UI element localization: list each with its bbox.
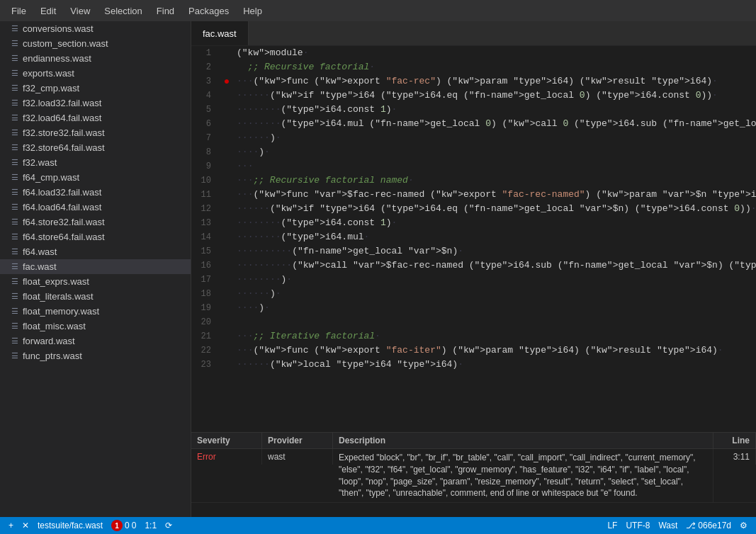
problem-description: Expected "block", "br", "br_if", "br_tab… bbox=[333, 449, 713, 502]
sidebar-item-forward-wast[interactable]: ☰forward.wast bbox=[0, 334, 191, 348]
menu-help[interactable]: Help bbox=[237, 3, 268, 19]
sidebar-item-f32-store32-fail-wast[interactable]: ☰f32.store32.fail.wast bbox=[0, 125, 191, 140]
language[interactable]: Wast bbox=[655, 521, 680, 530]
file-icon: ☰ bbox=[11, 188, 18, 197]
line-number: 16 bbox=[191, 259, 220, 273]
code-text: ········("type">i64.mul ("fn-name">get_l… bbox=[234, 117, 756, 131]
sidebar-item-exports-wast[interactable]: ☰exports.wast bbox=[0, 66, 191, 81]
problems-header: Severity Provider Description Line bbox=[191, 433, 756, 449]
sidebar-item-float-misc-wast[interactable]: ☰float_misc.wast bbox=[0, 319, 191, 334]
problems-panel: Severity Provider Description Line Error… bbox=[191, 432, 756, 517]
code-text bbox=[234, 315, 756, 329]
code-line: 8····)· bbox=[191, 145, 756, 159]
line-number: 18 bbox=[191, 287, 220, 301]
line-number: 1 bbox=[191, 46, 220, 60]
code-line: 10···;; Recursive factorial named· bbox=[191, 174, 756, 188]
problems-content: Error wast Expected "block", "br", "br_i… bbox=[191, 449, 756, 517]
code-line: 5········("type">i64.const 1)· bbox=[191, 103, 756, 117]
menu-bar: File Edit View Selection Find Packages H… bbox=[0, 0, 756, 21]
sidebar-item-f32-store64-fail-wast[interactable]: ☰f32.store64.fail.wast bbox=[0, 140, 191, 155]
line-number: 15 bbox=[191, 244, 220, 259]
sidebar-item-f64-load32-fail-wast[interactable]: ☰f64.load32.fail.wast bbox=[0, 185, 191, 200]
code-line: 15··········("fn-name">get_local "var">$… bbox=[191, 244, 756, 259]
sidebar-item-f32-wast[interactable]: ☰f32.wast bbox=[0, 155, 191, 170]
new-file-button[interactable]: + bbox=[6, 521, 16, 530]
sidebar-item-f64-store64-fail-wast[interactable]: ☰f64.store64.fail.wast bbox=[0, 229, 191, 244]
problems-col-line: Line bbox=[713, 433, 756, 448]
sidebar-item-float-exprs-wast[interactable]: ☰float_exprs.wast bbox=[0, 274, 191, 289]
code-text: ··········("fn-name">get_local "var">$n)… bbox=[234, 244, 756, 259]
code-line: 18······)· bbox=[191, 287, 756, 301]
sidebar-item-label: f64.load32.fail.wast bbox=[23, 187, 101, 198]
file-icon: ☰ bbox=[11, 113, 18, 123]
line-number: 9 bbox=[191, 159, 220, 174]
menu-file[interactable]: File bbox=[6, 3, 32, 19]
sidebar-item-func-ptrs-wast[interactable]: ☰func_ptrs.wast bbox=[0, 348, 191, 363]
file-icon: ☰ bbox=[11, 128, 18, 137]
problems-col-provider: Provider bbox=[262, 433, 333, 448]
problem-row[interactable]: Error wast Expected "block", "br", "br_i… bbox=[191, 449, 756, 503]
sidebar-item-conversions-wast[interactable]: ☰conversions.wast bbox=[0, 21, 191, 36]
code-text: ······("kw">if "type">i64 ("type">i64.eq… bbox=[234, 89, 756, 103]
sidebar-item-float-memory-wast[interactable]: ☰float_memory.wast bbox=[0, 304, 191, 319]
settings-button[interactable]: ⚙ bbox=[737, 521, 750, 530]
error-count-item[interactable]: 1 0 0 bbox=[108, 520, 139, 531]
sidebar-item-f32-cmp-wast[interactable]: ☰f32_cmp.wast bbox=[0, 81, 191, 96]
menu-find[interactable]: Find bbox=[151, 3, 180, 19]
file-icon: ☰ bbox=[11, 24, 18, 33]
code-line: 13········("type">i64.const 1)· bbox=[191, 216, 756, 230]
line-ending[interactable]: LF bbox=[604, 521, 620, 530]
code-line: 9··· bbox=[191, 159, 756, 174]
sidebar-item-label: float_exprs.wast bbox=[23, 276, 89, 287]
sidebar-item-custom-section-wast[interactable]: ☰custom_section.wast bbox=[0, 36, 191, 51]
file-icon: ☰ bbox=[11, 203, 18, 212]
tab-path[interactable]: testsuite/fac.wast bbox=[35, 521, 106, 530]
close-tab-button[interactable]: ✕ bbox=[19, 521, 32, 530]
sidebar-item-label: endianness.wast bbox=[23, 53, 91, 64]
sidebar-item-fac-wast[interactable]: ☰fac.wast bbox=[0, 259, 191, 274]
line-number: 23 bbox=[191, 358, 220, 372]
sidebar-item-label: conversions.wast bbox=[23, 23, 94, 34]
sidebar-item-f64-store32-fail-wast[interactable]: ☰f64.store32.fail.wast bbox=[0, 215, 191, 229]
sync-icon[interactable]: ⟳ bbox=[162, 521, 175, 530]
problems-col-severity: Severity bbox=[191, 433, 262, 448]
code-text: ········("type">i64.const 1)· bbox=[234, 216, 756, 230]
menu-edit[interactable]: Edit bbox=[35, 3, 62, 19]
code-line: 6········("type">i64.mul ("fn-name">get_… bbox=[191, 117, 756, 131]
sidebar-item-f32-load32-fail-wast[interactable]: ☰f32.load32.fail.wast bbox=[0, 96, 191, 110]
sidebar-item-f64-load64-fail-wast[interactable]: ☰f64.load64.fail.wast bbox=[0, 200, 191, 215]
sidebar-item-label: func_ptrs.wast bbox=[23, 351, 82, 361]
file-icon: ☰ bbox=[11, 173, 18, 182]
file-icon: ☰ bbox=[11, 69, 18, 78]
sidebar-item-f32-load64-fail-wast[interactable]: ☰f32.load64.fail.wast bbox=[0, 110, 191, 125]
file-icon: ☰ bbox=[11, 351, 18, 360]
status-right: LF UTF-8 Wast ⎇ 066e17d ⚙ bbox=[604, 521, 750, 530]
sidebar-item-float-literals-wast[interactable]: ☰float_literals.wast bbox=[0, 289, 191, 304]
sidebar-item-label: f64_cmp.wast bbox=[23, 172, 79, 183]
menu-selection[interactable]: Selection bbox=[98, 3, 147, 19]
code-text: ···("kw">func ("kw">export "fac-iter") (… bbox=[234, 343, 756, 358]
file-icon: ☰ bbox=[11, 158, 18, 167]
code-content[interactable]: 1("kw">module·2 ;; Recursive factorial·3… bbox=[191, 46, 756, 432]
code-text: ··········("kw">call "var">$fac-rec-name… bbox=[234, 259, 756, 273]
code-line: 19····)· bbox=[191, 301, 756, 315]
file-icon: ☰ bbox=[11, 39, 18, 48]
line-number: 2 bbox=[191, 60, 220, 74]
file-icon: ☰ bbox=[11, 277, 18, 286]
code-text: ···("kw">func "var">$fac-rec-named ("kw"… bbox=[234, 188, 756, 202]
file-icon: ☰ bbox=[11, 307, 18, 316]
file-icon: ☰ bbox=[11, 217, 18, 227]
code-text: ······)· bbox=[234, 131, 756, 145]
sidebar-item-endianness-wast[interactable]: ☰endianness.wast bbox=[0, 51, 191, 66]
menu-packages[interactable]: Packages bbox=[183, 3, 235, 19]
git-info[interactable]: ⎇ 066e17d bbox=[683, 521, 734, 530]
add-icon: + bbox=[9, 521, 13, 530]
cursor-position[interactable]: 1:1 bbox=[142, 521, 159, 530]
line-number: 7 bbox=[191, 131, 220, 145]
encoding[interactable]: UTF-8 bbox=[623, 521, 653, 530]
sidebar-item-f64-wast[interactable]: ☰f64.wast bbox=[0, 244, 191, 259]
sidebar-item-label: forward.wast bbox=[23, 336, 75, 346]
sidebar-item-f64-cmp-wast[interactable]: ☰f64_cmp.wast bbox=[0, 170, 191, 185]
tab-fac-wast[interactable]: fac.wast bbox=[191, 21, 249, 45]
menu-view[interactable]: View bbox=[64, 3, 96, 19]
